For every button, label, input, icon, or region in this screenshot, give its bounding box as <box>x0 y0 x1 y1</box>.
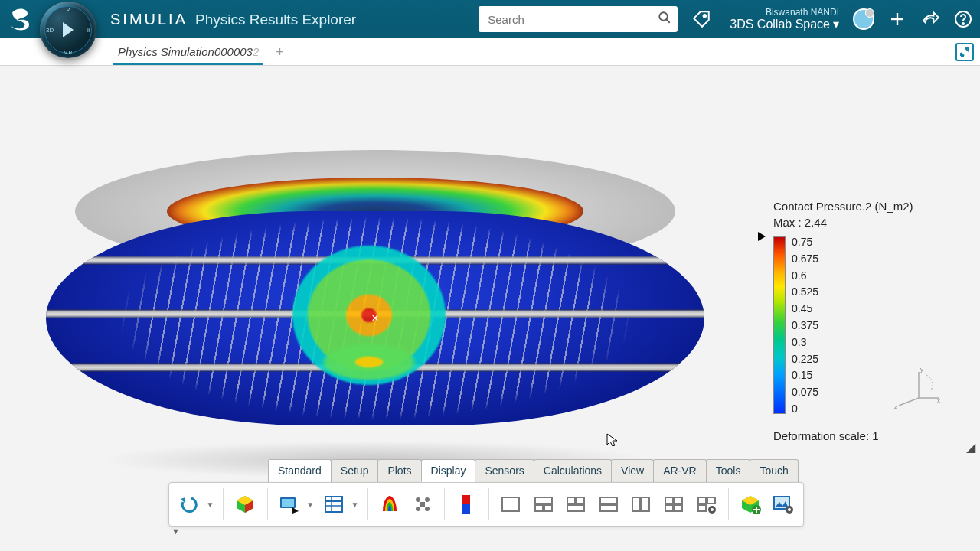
action-tab-view[interactable]: View <box>611 459 654 482</box>
pivot-marker-icon: × <box>371 311 378 325</box>
svg-point-42 <box>710 508 714 511</box>
svg-rect-34 <box>665 497 673 504</box>
legend-ticks: 0.750.6750.60.5250.450.3750.30.2250.150.… <box>792 236 818 414</box>
legend-colorbar[interactable] <box>773 236 786 414</box>
svg-rect-24 <box>535 497 552 504</box>
search-box[interactable] <box>479 6 678 32</box>
legend-tick: 0.375 <box>792 320 818 331</box>
layout-vsplit-button[interactable] <box>627 490 655 519</box>
axis-z-label: z <box>894 403 897 410</box>
resize-wedge-icon[interactable]: ◢ <box>966 440 975 455</box>
model-display-button[interactable] <box>231 490 260 519</box>
action-tab-calculations[interactable]: Calculations <box>534 459 612 482</box>
results-table-button[interactable] <box>320 490 348 519</box>
svg-rect-28 <box>577 497 584 504</box>
undo-button[interactable] <box>175 490 204 519</box>
profile-icon[interactable] <box>853 8 874 30</box>
compass-widget[interactable]: V V.R 3D if <box>40 2 96 58</box>
action-tab-display[interactable]: Display <box>421 459 476 482</box>
action-tab-touch[interactable]: Touch <box>750 459 798 482</box>
svg-rect-30 <box>600 497 617 504</box>
svg-rect-20 <box>420 502 425 507</box>
svg-rect-33 <box>642 497 649 511</box>
layout-top-split-button[interactable] <box>529 490 557 519</box>
svg-rect-36 <box>665 505 673 511</box>
help-icon[interactable] <box>954 10 972 28</box>
tab-label-suffix: 2 <box>253 45 259 58</box>
action-tab-plots[interactable]: Plots <box>377 459 421 482</box>
svg-point-19 <box>425 507 430 511</box>
collapse-panels-button[interactable] <box>956 43 974 61</box>
svg-point-6 <box>962 23 964 24</box>
layout-hsplit-button[interactable] <box>595 490 623 519</box>
action-tab-sensors[interactable]: Sensors <box>475 459 534 482</box>
action-tab-ar-vr[interactable]: AR-VR <box>653 459 707 482</box>
compass-east: if <box>87 27 90 34</box>
svg-rect-35 <box>675 497 682 504</box>
layout-bottom-split-button[interactable] <box>562 490 590 519</box>
compass-south: V.R <box>64 50 72 55</box>
color-swatch-button[interactable] <box>452 490 481 519</box>
legend-title: Contact Pressure.2 (N_m2) <box>773 200 942 213</box>
legend-tick: 0.225 <box>792 354 818 364</box>
image-settings-button[interactable] <box>769 490 798 519</box>
animate-dropdown[interactable]: ▼ <box>306 500 315 509</box>
deformation-scale: Deformation scale: 1 <box>773 429 942 442</box>
svg-rect-12 <box>325 497 342 512</box>
ribbon-expand-button[interactable]: ▼ <box>172 527 180 536</box>
legend-tick: 0.675 <box>792 253 818 264</box>
legend-tick: 0.3 <box>792 337 818 347</box>
axis-x-label: x <box>937 397 940 404</box>
view-triad[interactable]: y x z <box>893 364 942 410</box>
tire-model: × <box>46 150 704 471</box>
module-name: Physics Results Explorer <box>195 11 356 28</box>
app-title: SIMULIA Physics Results Explorer <box>110 11 356 28</box>
action-ribbon: ▼ ▼ ▼ <box>168 482 804 527</box>
tire-tread: × <box>46 211 704 425</box>
svg-point-18 <box>416 507 420 511</box>
svg-rect-21 <box>462 495 470 504</box>
user-name: Biswanath NANDI <box>730 8 839 18</box>
svg-rect-31 <box>600 505 617 511</box>
legend-pointer-icon <box>758 232 766 241</box>
svg-line-9 <box>899 398 919 406</box>
create-view-button[interactable] <box>737 490 765 519</box>
svg-point-46 <box>788 508 791 511</box>
layout-settings-button[interactable] <box>692 490 720 519</box>
search-input[interactable] <box>488 13 658 26</box>
svg-rect-32 <box>632 497 640 511</box>
svg-point-17 <box>425 497 430 502</box>
play-icon <box>63 22 74 37</box>
ds-logo-icon[interactable] <box>5 3 37 35</box>
svg-line-1 <box>667 19 671 23</box>
layout-1x1-button[interactable] <box>497 490 525 519</box>
layout-quad-button[interactable] <box>660 490 688 519</box>
new-tab-button[interactable]: + <box>276 44 284 65</box>
element-color-button[interactable] <box>409 490 437 519</box>
chevron-down-icon: ▾ <box>833 18 839 31</box>
table-dropdown[interactable]: ▼ <box>351 500 360 509</box>
viewport-3d[interactable]: × Contact Pressure.2 (N_m2) Max : 2.44 0… <box>0 66 980 551</box>
add-icon[interactable] <box>888 10 906 28</box>
contour-plot-button[interactable] <box>376 490 404 519</box>
svg-rect-23 <box>502 497 519 511</box>
legend-tick: 0.15 <box>792 370 818 380</box>
svg-point-16 <box>416 497 420 502</box>
undo-dropdown[interactable]: ▼ <box>207 500 216 509</box>
animate-button[interactable] <box>276 490 304 519</box>
svg-rect-11 <box>282 499 294 507</box>
document-tab[interactable]: Physics Simulation0000032 <box>113 40 263 65</box>
cursor-icon <box>606 433 619 450</box>
document-tab-strip: Physics Simulation0000032 + <box>0 38 980 66</box>
svg-rect-39 <box>707 497 715 504</box>
share-icon[interactable] <box>920 9 940 29</box>
action-tab-tools[interactable]: Tools <box>706 459 751 482</box>
action-tab-setup[interactable]: Setup <box>331 459 379 482</box>
svg-point-2 <box>704 15 706 17</box>
search-icon[interactable] <box>658 11 671 28</box>
action-tab-standard[interactable]: Standard <box>268 459 332 482</box>
user-block[interactable]: Biswanath NANDI 3DS Collab Space▾ <box>730 8 839 31</box>
tag-icon[interactable] <box>691 9 711 29</box>
legend-tick: 0.525 <box>792 286 818 297</box>
compass-north: V <box>66 6 70 13</box>
